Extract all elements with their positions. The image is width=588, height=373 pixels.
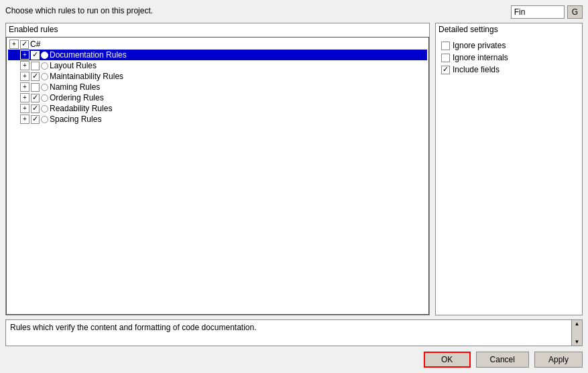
expand-icon[interactable]: + bbox=[20, 93, 30, 102]
rule-label: C# bbox=[30, 40, 40, 49]
list-item[interactable]: + Naming Rules bbox=[8, 82, 427, 92]
right-panel: Detailed settings Ignore privates Ignore… bbox=[435, 23, 583, 315]
rule-checkbox[interactable] bbox=[20, 40, 29, 49]
setting-checkbox-ignore-internals[interactable] bbox=[441, 54, 450, 62]
cancel-button[interactable]: Cancel bbox=[476, 352, 529, 368]
rule-label: Maintainability Rules bbox=[50, 72, 123, 81]
setting-label-ignore-privates: Ignore privates bbox=[453, 41, 506, 50]
enabled-rules-label: Enabled rules bbox=[6, 23, 429, 35]
setting-item-ignore-internals[interactable]: Ignore internals bbox=[441, 52, 577, 64]
detailed-settings-label: Detailed settings bbox=[436, 23, 582, 35]
expand-icon[interactable]: + bbox=[20, 72, 30, 81]
description-area: Rules which verify the content and forma… bbox=[5, 319, 583, 346]
rule-label: Readability Rules bbox=[50, 104, 112, 113]
scroll-down-arrow[interactable]: ▼ bbox=[575, 339, 580, 345]
expand-icon[interactable]: + bbox=[9, 40, 19, 49]
rule-label: Spacing Rules bbox=[50, 115, 101, 124]
rule-radio[interactable] bbox=[41, 94, 48, 102]
rule-label: Layout Rules bbox=[50, 61, 97, 70]
rule-checkbox[interactable] bbox=[31, 51, 40, 60]
expand-icon[interactable]: + bbox=[20, 104, 30, 113]
rule-checkbox[interactable] bbox=[31, 94, 40, 102]
rule-label: Documentation Rules bbox=[50, 50, 127, 60]
dialog-description: Choose which rules to run on this projec… bbox=[5, 6, 153, 15]
search-area: G bbox=[511, 5, 583, 19]
scrollbar[interactable]: ▲ ▼ bbox=[571, 320, 582, 346]
list-item[interactable]: + Spacing Rules bbox=[8, 114, 427, 125]
rule-radio[interactable] bbox=[41, 62, 48, 70]
setting-checkbox-ignore-privates[interactable] bbox=[441, 42, 450, 50]
rule-radio[interactable] bbox=[41, 84, 48, 91]
list-item[interactable]: + Maintainability Rules bbox=[8, 71, 427, 82]
setting-item-include-fields[interactable]: Include fields bbox=[441, 64, 577, 76]
rule-label: Ordering Rules bbox=[50, 93, 104, 102]
rule-radio[interactable] bbox=[41, 105, 48, 113]
setting-item-ignore-privates[interactable]: Ignore privates bbox=[441, 40, 577, 52]
rule-checkbox[interactable] bbox=[31, 83, 40, 92]
main-content: Enabled rules + C# + Documentation Rules bbox=[5, 23, 583, 315]
expand-icon[interactable]: + bbox=[20, 82, 30, 92]
settings-list: Ignore privates Ignore internals Include… bbox=[436, 37, 582, 315]
search-input[interactable] bbox=[511, 5, 565, 19]
settings-dialog: Choose which rules to run on this projec… bbox=[0, 0, 588, 373]
rules-list: + C# + Documentation Rules + Layout Rul bbox=[6, 37, 429, 315]
list-item[interactable]: + C# bbox=[8, 39, 427, 50]
list-item[interactable]: + Ordering Rules bbox=[8, 92, 427, 103]
setting-label-ignore-internals: Ignore internals bbox=[453, 53, 508, 62]
scroll-up-arrow[interactable]: ▲ bbox=[575, 321, 580, 327]
apply-button[interactable]: Apply bbox=[534, 352, 583, 368]
setting-checkbox-include-fields[interactable] bbox=[441, 66, 450, 74]
ok-button[interactable]: OK bbox=[424, 352, 471, 368]
top-bar: Choose which rules to run on this projec… bbox=[5, 5, 583, 19]
rule-radio[interactable] bbox=[41, 116, 48, 123]
expand-icon[interactable]: + bbox=[20, 115, 30, 124]
rule-radio[interactable] bbox=[41, 73, 48, 80]
rule-checkbox[interactable] bbox=[31, 62, 40, 70]
setting-label-include-fields: Include fields bbox=[453, 65, 499, 74]
rule-label: Naming Rules bbox=[50, 82, 100, 92]
expand-icon[interactable]: + bbox=[20, 50, 30, 60]
list-item[interactable]: + Readability Rules bbox=[8, 103, 427, 114]
list-item[interactable]: + Documentation Rules bbox=[8, 50, 427, 60]
rule-checkbox[interactable] bbox=[31, 72, 40, 81]
rule-checkbox[interactable] bbox=[31, 104, 40, 113]
list-item[interactable]: + Layout Rules bbox=[8, 60, 427, 71]
rule-checkbox[interactable] bbox=[31, 115, 40, 124]
search-button[interactable]: G bbox=[567, 5, 583, 19]
description-text: Rules which verify the content and forma… bbox=[10, 323, 257, 332]
expand-icon[interactable]: + bbox=[20, 61, 30, 70]
button-row: OK Cancel Apply bbox=[5, 352, 583, 368]
rule-radio[interactable] bbox=[41, 52, 48, 59]
left-panel: Enabled rules + C# + Documentation Rules bbox=[5, 23, 430, 315]
